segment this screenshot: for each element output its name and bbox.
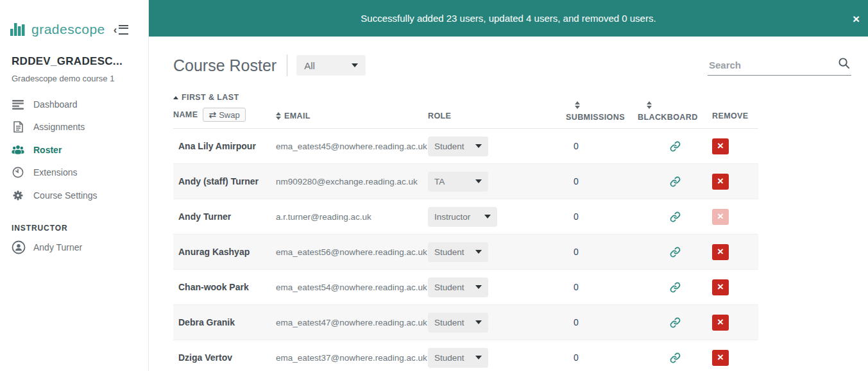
close-icon[interactable]: ×: [853, 12, 860, 24]
column-header-name[interactable]: FIRST & LAST NAME ⇄ Swap: [173, 93, 276, 122]
x-icon: ×: [717, 317, 724, 327]
remove-user-button[interactable]: ×: [712, 174, 729, 190]
success-banner: Successfully added 23 users, updated 4 u…: [149, 0, 868, 37]
gradescope-logo-text: gradescope: [31, 22, 105, 37]
remove-user-button[interactable]: ×: [712, 350, 729, 366]
roster-row: Chan-wook Park ema_eatest54@nowhere.read…: [173, 270, 758, 305]
search-icon[interactable]: [838, 57, 850, 72]
role-select[interactable]: Student: [428, 136, 488, 156]
sidebar-item-label: Extensions: [33, 167, 77, 177]
sidebar-item-roster[interactable]: Roster: [0, 138, 148, 161]
gear-icon: [12, 190, 24, 201]
sidebar-item-label: Dashboard: [33, 99, 78, 110]
hamburger-icon: [119, 25, 128, 35]
blackboard-link-icon[interactable]: [670, 176, 681, 187]
dashboard-icon: [12, 100, 24, 110]
student-email: ema_eatest54@nowhere.reading.ac.uk: [276, 283, 428, 292]
student-email: nm909280@exchange.reading.ac.uk: [276, 177, 428, 186]
role-value: Student: [434, 142, 464, 151]
x-icon: ×: [717, 352, 724, 363]
student-email: ema_eatest37@nowhere.reading.ac.uk: [276, 353, 428, 363]
gradescope-logo-icon: [10, 23, 26, 36]
blackboard-link-icon[interactable]: [670, 317, 681, 328]
remove-user-button[interactable]: ×: [712, 279, 729, 295]
course-name: Gradescope demo course 1: [0, 74, 148, 83]
search-input[interactable]: [708, 56, 851, 76]
blackboard-link-icon[interactable]: [670, 211, 681, 222]
sidebar-item-dashboard[interactable]: Dashboard: [0, 94, 148, 115]
role-value: Student: [434, 353, 464, 363]
role-select[interactable]: Student: [428, 348, 488, 368]
roster-table-body: Ana Lily Amirpour ema_eatest45@nowhere.r…: [173, 129, 758, 371]
sidebar-item-label: Roster: [33, 145, 62, 155]
roster-row: Andy Turner a.r.turner@reading.ac.uk Ins…: [173, 199, 758, 235]
role-value: Student: [434, 247, 464, 257]
remove-user-button[interactable]: ×: [712, 209, 729, 225]
role-select[interactable]: Instructor: [428, 207, 497, 227]
roster-row: Andy (staff) Turner nm909280@exchange.re…: [173, 164, 758, 199]
student-name: Dziga Vertov: [173, 352, 276, 363]
sidebar-item-label: Assignments: [33, 122, 85, 132]
column-header-submissions[interactable]: SUBMISSIONS: [566, 101, 638, 122]
role-value: Student: [434, 283, 464, 292]
student-email: ema_eatest56@nowhere.reading.ac.uk: [276, 247, 428, 257]
roster-table-header: FIRST & LAST NAME ⇄ Swap: [173, 93, 758, 129]
role-value: Student: [434, 318, 464, 327]
student-name: Debra Granik: [173, 317, 276, 327]
search: [708, 56, 851, 76]
sidebar-collapse-toggle[interactable]: ‹: [114, 24, 129, 35]
blackboard-link-icon[interactable]: [670, 282, 681, 293]
remove-user-button[interactable]: ×: [712, 138, 729, 154]
sidebar-item-course-settings[interactable]: Course Settings: [0, 184, 148, 207]
roster-people-icon: [12, 144, 24, 155]
sidebar-nav: Dashboard Assignments: [0, 94, 148, 207]
role-filter-dropdown[interactable]: All: [296, 55, 366, 76]
role-select[interactable]: Student: [428, 277, 488, 297]
sidebar: gradescope ‹ RDDEV_GRADESC... Gradescope…: [0, 0, 149, 371]
student-name: Ana Lily Amirpour: [173, 141, 276, 151]
swap-names-button[interactable]: ⇄ Swap: [203, 108, 245, 122]
caret-down-icon: [475, 356, 482, 359]
sort-icon: [647, 101, 712, 109]
student-name: Andy (staff) Turner: [173, 176, 276, 186]
submissions-count: 0: [566, 141, 638, 151]
remove-user-button[interactable]: ×: [712, 315, 729, 331]
column-header-email[interactable]: EMAIL: [276, 111, 428, 122]
blackboard-link-icon[interactable]: [670, 141, 681, 152]
role-select[interactable]: Student: [428, 313, 488, 333]
sidebar-item-label: Course Settings: [33, 190, 98, 201]
logo-row[interactable]: gradescope ‹: [0, 0, 148, 37]
caret-down-icon: [475, 250, 482, 254]
student-name: Andy Turner: [173, 211, 276, 222]
student-name: Chan-wook Park: [173, 282, 276, 292]
page-title: Course Roster: [173, 56, 277, 75]
roster-row: Ana Lily Amirpour ema_eatest45@nowhere.r…: [173, 129, 758, 164]
assignments-icon: [12, 121, 24, 133]
chevron-left-icon: ‹: [114, 24, 117, 35]
column-header-role: ROLE: [428, 111, 566, 122]
submissions-count: 0: [566, 176, 638, 186]
sidebar-item-assignments[interactable]: Assignments: [0, 115, 148, 138]
avatar-icon: [12, 240, 26, 254]
instructor-name: Andy Turner: [33, 242, 82, 252]
clock-icon: [12, 167, 24, 178]
sidebar-item-extensions[interactable]: Extensions: [0, 161, 148, 184]
student-name: Anurag Kashyap: [173, 247, 276, 257]
submissions-count: 0: [566, 211, 638, 222]
swap-icon: ⇄: [208, 110, 216, 120]
student-email: ema_eatest47@nowhere.reading.ac.uk: [276, 318, 428, 327]
role-value: TA: [434, 177, 445, 186]
column-header-blackboard[interactable]: BLACKBOARD: [638, 101, 712, 122]
course-code: RDDEV_GRADESC...: [0, 55, 148, 68]
remove-user-button[interactable]: ×: [712, 244, 729, 260]
role-select[interactable]: Student: [428, 242, 488, 262]
content: Course Roster All: [149, 37, 868, 371]
app: gradescope ‹ RDDEV_GRADESC... Gradescope…: [0, 0, 868, 371]
role-select[interactable]: TA: [428, 172, 488, 192]
x-icon: ×: [717, 211, 724, 222]
sort-ascending-icon: [173, 96, 178, 99]
main: Successfully added 23 users, updated 4 u…: [149, 0, 868, 371]
student-email: ema_eatest45@nowhere.reading.ac.uk: [276, 142, 428, 151]
blackboard-link-icon[interactable]: [670, 247, 681, 258]
blackboard-link-icon[interactable]: [670, 352, 681, 363]
